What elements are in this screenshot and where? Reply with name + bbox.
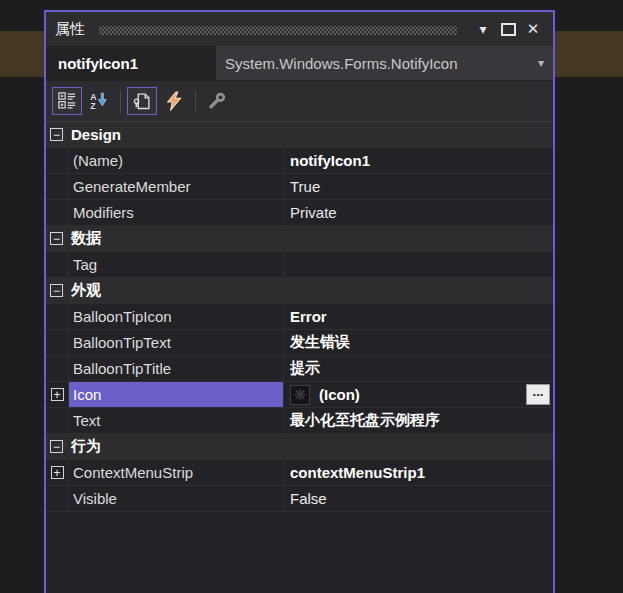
category-row[interactable]: −数据 <box>46 226 553 252</box>
toolbar-separator <box>120 90 121 113</box>
property-value-cell[interactable]: Error <box>284 304 553 329</box>
object-selector-combobox[interactable]: notifyIcon1 System.Windows.Forms.NotifyI… <box>46 46 553 81</box>
collapse-toggle-icon[interactable]: − <box>50 128 63 141</box>
property-value-text: True <box>290 178 320 195</box>
property-value-cell[interactable]: Private <box>284 200 553 225</box>
property-row[interactable]: +ContextMenuStripcontextMenuStrip1 <box>46 460 553 486</box>
property-pages-wrench-icon <box>207 91 227 111</box>
row-gutter <box>46 148 69 173</box>
collapse-toggle-icon[interactable]: − <box>50 284 63 297</box>
ellipsis-editor-button[interactable]: ... <box>526 384 550 405</box>
property-value-text: 发生错误 <box>290 333 350 352</box>
property-value-cell[interactable]: 提示 <box>284 356 553 381</box>
row-gutter <box>46 252 69 277</box>
property-value-text: contextMenuStrip1 <box>290 464 425 481</box>
row-gutter <box>46 356 69 381</box>
expand-toggle-icon[interactable]: + <box>51 466 64 479</box>
property-label[interactable]: Visible <box>69 486 284 511</box>
drag-grip-texture[interactable] <box>99 26 457 35</box>
property-label[interactable]: GenerateMember <box>69 174 284 199</box>
close-button[interactable]: ✕ <box>522 18 544 40</box>
property-label[interactable]: BalloonTipText <box>69 330 284 355</box>
row-gutter: + <box>46 460 69 485</box>
property-value-text: Private <box>290 204 337 221</box>
category-row[interactable]: −Design <box>46 122 553 148</box>
properties-page-icon <box>132 91 152 111</box>
row-gutter <box>46 200 69 225</box>
collapse-toggle-icon[interactable]: − <box>50 440 63 453</box>
property-value-cell[interactable] <box>284 252 553 277</box>
property-label[interactable]: Modifiers <box>69 200 284 225</box>
property-label[interactable]: BalloonTipTitle <box>69 356 284 381</box>
selected-object-name: notifyIcon1 <box>46 46 216 80</box>
combobox-dropdown-icon[interactable]: ▾ <box>538 56 553 70</box>
expand-toggle-icon[interactable]: + <box>51 388 64 401</box>
property-value-text: False <box>290 490 327 507</box>
row-gutter <box>46 408 69 433</box>
property-value-text: notifyIcon1 <box>290 152 370 169</box>
property-value-cell[interactable]: True <box>284 174 553 199</box>
property-label[interactable]: Icon <box>69 382 284 407</box>
row-gutter <box>46 486 69 511</box>
property-row[interactable]: BalloonTipText发生错误 <box>46 330 553 356</box>
titlebar[interactable]: 属性 ▾ ✕ <box>46 12 553 46</box>
alphabetical-sort-icon: A Z <box>89 91 109 111</box>
property-row[interactable]: (Name)notifyIcon1 <box>46 148 553 174</box>
category-label: 外观 <box>71 281 101 300</box>
events-lightning-icon <box>164 91 184 111</box>
categorized-button[interactable] <box>52 87 82 115</box>
collapse-toggle-icon[interactable]: − <box>50 232 63 245</box>
property-value-text: 提示 <box>290 359 320 378</box>
category-row[interactable]: −外观 <box>46 278 553 304</box>
property-value-cell[interactable]: 最小化至托盘示例程序 <box>284 408 553 433</box>
property-row[interactable]: ModifiersPrivate <box>46 200 553 226</box>
property-value-cell[interactable]: 发生错误 <box>284 330 553 355</box>
icon-preview-thumbnail: ❋ <box>290 385 310 405</box>
maximize-button[interactable] <box>497 18 519 40</box>
categorized-icon <box>57 91 77 111</box>
category-label: 行为 <box>71 437 101 456</box>
property-label[interactable]: Text <box>69 408 284 433</box>
maximize-icon <box>501 23 516 36</box>
property-pages-button[interactable] <box>202 87 232 115</box>
chevron-down-icon: ▾ <box>479 21 486 37</box>
property-label[interactable]: Tag <box>69 252 284 277</box>
property-row[interactable]: Tag <box>46 252 553 278</box>
property-label[interactable]: (Name) <box>69 148 284 173</box>
alphabetical-button[interactable]: A Z <box>84 87 114 115</box>
properties-toolbar: A Z <box>46 81 553 122</box>
property-value-text: 最小化至托盘示例程序 <box>290 411 440 430</box>
property-row[interactable]: VisibleFalse <box>46 486 553 512</box>
property-value-text: (Icon) <box>319 386 360 403</box>
window-title: 属性 <box>55 20 85 39</box>
property-row[interactable]: +Icon❋(Icon)... <box>46 382 553 408</box>
property-row[interactable]: Text最小化至托盘示例程序 <box>46 408 553 434</box>
properties-tool-window: 属性 ▾ ✕ notifyIcon1 System.Windows.Forms.… <box>44 10 555 593</box>
properties-view-button[interactable] <box>127 87 157 115</box>
row-gutter <box>46 174 69 199</box>
close-icon: ✕ <box>527 20 540 38</box>
property-value-cell[interactable]: contextMenuStrip1 <box>284 460 553 485</box>
property-label[interactable]: BalloonTipIcon <box>69 304 284 329</box>
events-button[interactable] <box>159 87 189 115</box>
svg-text:Z: Z <box>90 101 96 111</box>
property-value-cell[interactable]: False <box>284 486 553 511</box>
row-gutter <box>46 304 69 329</box>
category-label: Design <box>71 126 121 143</box>
category-label: 数据 <box>71 229 101 248</box>
category-row[interactable]: −行为 <box>46 434 553 460</box>
property-value-cell[interactable]: notifyIcon1 <box>284 148 553 173</box>
property-row[interactable]: GenerateMemberTrue <box>46 174 553 200</box>
property-value-text: Error <box>290 308 327 325</box>
selected-object-type: System.Windows.Forms.NotifyIcon <box>225 55 458 72</box>
row-gutter <box>46 330 69 355</box>
window-position-button[interactable]: ▾ <box>472 18 494 40</box>
property-label[interactable]: ContextMenuStrip <box>69 460 284 485</box>
property-row[interactable]: BalloonTipIconError <box>46 304 553 330</box>
row-gutter: + <box>46 382 69 407</box>
property-row[interactable]: BalloonTipTitle提示 <box>46 356 553 382</box>
property-grid: −Design(Name)notifyIcon1GenerateMemberTr… <box>46 122 553 593</box>
property-value-cell[interactable]: ❋(Icon)... <box>284 382 553 407</box>
toolbar-separator <box>195 90 196 113</box>
